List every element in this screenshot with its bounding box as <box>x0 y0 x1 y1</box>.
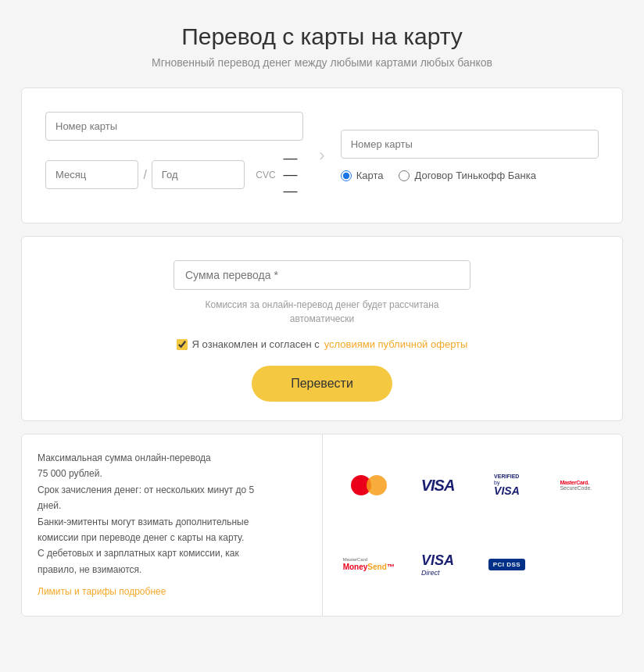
year-input[interactable] <box>152 160 245 189</box>
amount-input-wrapper <box>174 260 470 290</box>
radio-contract-option[interactable]: Договор Тинькофф Банка <box>399 170 536 181</box>
radio-card-option[interactable]: Карта <box>341 170 384 181</box>
info-section: Максимальная сумма онлайн-перевода 75 00… <box>21 434 623 617</box>
radio-card-label: Карта <box>356 170 384 181</box>
payment-logos: VISA VERIFIED by VISA MasterCard. Secure… <box>323 434 623 616</box>
page-subtitle: Мгновенный перевод денег между любыми ка… <box>152 56 492 69</box>
visa-direct-logo: VISA Direct <box>421 552 454 577</box>
offer-link[interactable]: условиями публичной оферты <box>324 338 468 350</box>
slash-divider: / <box>143 168 146 182</box>
card-bottom-row: / CVC — — — <box>45 150 303 199</box>
info-line8: правило, не взимаются. <box>38 564 141 575</box>
radio-card-input[interactable] <box>341 170 352 181</box>
info-line2: 75 000 рублей. <box>38 468 102 479</box>
cvc-dots: — — — <box>284 150 304 199</box>
amount-input[interactable] <box>174 260 470 290</box>
info-text: Максимальная сумма онлайн-перевода 75 00… <box>22 434 323 616</box>
info-line5: Банки-эмитенты могут взимать дополнитель… <box>38 517 249 527</box>
cards-section: / CVC — — — › Карта Договор Тинькофф Бан… <box>21 88 623 223</box>
amount-section: Комиссия за онлайн-перевод денег будет р… <box>21 236 623 421</box>
mastercard-logo <box>351 474 387 497</box>
page-title: Перевод с карты на карту <box>181 23 463 50</box>
from-card-form: / CVC — — — <box>45 112 303 199</box>
visa-logo: VISA <box>421 477 455 495</box>
to-card-form: Карта Договор Тинькофф Банка <box>341 130 599 181</box>
commission-note: Комиссия за онлайн-перевод денег будет р… <box>189 298 455 326</box>
pci-dss-logo: PCI DSS <box>488 559 526 570</box>
radio-group: Карта Договор Тинькофф Банка <box>341 170 599 181</box>
transfer-button[interactable]: Перевести <box>252 366 392 402</box>
mastercard-securecode-logo: MasterCard. SecureCode. <box>560 480 592 491</box>
mastercard-moneysend-logo: MasterCard MoneySend™ <box>343 557 395 571</box>
info-line3: Срок зачисления денег: от нескольких мин… <box>38 484 254 495</box>
info-line1: Максимальная сумма онлайн-перевода <box>38 452 211 463</box>
info-line6: комиссии при переводе денег с карты на к… <box>38 532 244 543</box>
offer-checkbox[interactable] <box>177 339 188 350</box>
cvc-label: CVC <box>256 170 275 181</box>
info-line4: дней. <box>38 500 61 511</box>
checkbox-text: Я ознакомлен и согласен с <box>192 338 320 350</box>
radio-contract-input[interactable] <box>399 170 410 181</box>
checkbox-row: Я ознакомлен и согласен с условиями публ… <box>177 338 468 350</box>
arrow-separator: › <box>303 145 340 166</box>
month-input[interactable] <box>45 160 138 189</box>
radio-contract-label: Договор Тинькофф Банка <box>414 170 536 181</box>
limits-link[interactable]: Лимиты и тарифы подробнее <box>38 584 306 599</box>
from-card-number-input[interactable] <box>45 112 303 141</box>
info-line7: С дебетовых и зарплатных карт комиссии, … <box>38 548 239 559</box>
to-card-number-input[interactable] <box>341 130 599 159</box>
verified-by-visa-logo: VERIFIED by VISA <box>494 474 520 498</box>
